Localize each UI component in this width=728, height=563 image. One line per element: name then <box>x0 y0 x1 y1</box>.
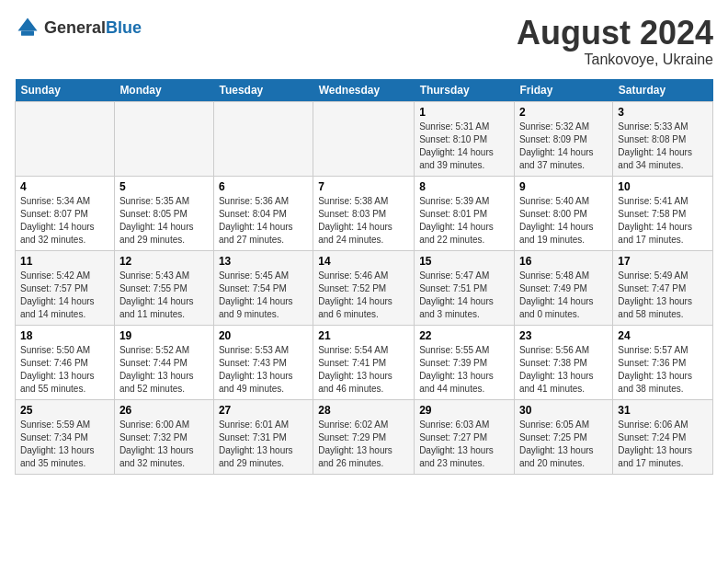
day-info: Sunrise: 6:00 AM Sunset: 7:32 PM Dayligh… <box>119 419 209 470</box>
day-info: Sunrise: 5:56 AM Sunset: 7:38 PM Dayligh… <box>519 344 608 396</box>
day-number: 28 <box>318 404 409 417</box>
day-number: 11 <box>20 255 109 268</box>
calendar-cell <box>313 101 415 176</box>
header-tuesday: Tuesday <box>213 79 313 102</box>
calendar-cell <box>213 101 313 176</box>
day-info: Sunrise: 5:38 AM Sunset: 8:03 PM Dayligh… <box>318 195 409 247</box>
week-row-1: 1Sunrise: 5:31 AM Sunset: 8:10 PM Daylig… <box>16 101 713 176</box>
day-number: 26 <box>119 404 209 417</box>
calendar-cell: 10Sunrise: 5:41 AM Sunset: 7:58 PM Dayli… <box>613 176 713 250</box>
calendar-cell: 3Sunrise: 5:33 AM Sunset: 8:08 PM Daylig… <box>613 101 713 176</box>
day-info: Sunrise: 5:35 AM Sunset: 8:05 PM Dayligh… <box>119 195 209 247</box>
logo-text-blue: Blue <box>106 18 142 37</box>
calendar-cell <box>114 101 213 176</box>
day-number: 1 <box>419 106 509 119</box>
day-number: 19 <box>119 329 209 342</box>
day-info: Sunrise: 5:39 AM Sunset: 8:01 PM Dayligh… <box>419 195 509 247</box>
location-subtitle: Tankovoye, Ukraine <box>517 52 713 68</box>
day-number: 15 <box>419 255 509 268</box>
day-info: Sunrise: 6:02 AM Sunset: 7:29 PM Dayligh… <box>318 419 409 470</box>
calendar-cell: 12Sunrise: 5:43 AM Sunset: 7:55 PM Dayli… <box>114 250 213 325</box>
header-wednesday: Wednesday <box>313 79 415 102</box>
day-number: 24 <box>618 329 708 342</box>
day-info: Sunrise: 5:48 AM Sunset: 7:49 PM Dayligh… <box>519 270 608 321</box>
calendar-cell: 15Sunrise: 5:47 AM Sunset: 7:51 PM Dayli… <box>415 250 515 325</box>
day-info: Sunrise: 5:59 AM Sunset: 7:34 PM Dayligh… <box>20 419 109 470</box>
day-number: 12 <box>119 255 209 268</box>
title-block: August 2024 Tankovoye, Ukraine <box>517 15 713 68</box>
header-friday: Friday <box>514 79 612 102</box>
calendar-cell: 6Sunrise: 5:36 AM Sunset: 8:04 PM Daylig… <box>213 176 313 250</box>
day-info: Sunrise: 5:41 AM Sunset: 7:58 PM Dayligh… <box>618 195 708 247</box>
day-info: Sunrise: 5:50 AM Sunset: 7:46 PM Dayligh… <box>20 344 109 396</box>
day-info: Sunrise: 5:31 AM Sunset: 8:10 PM Dayligh… <box>419 121 509 172</box>
day-number: 2 <box>519 106 608 119</box>
calendar-cell: 18Sunrise: 5:50 AM Sunset: 7:46 PM Dayli… <box>16 325 115 399</box>
day-number: 20 <box>219 329 308 342</box>
calendar-cell: 7Sunrise: 5:38 AM Sunset: 8:03 PM Daylig… <box>313 176 415 250</box>
day-number: 6 <box>219 180 308 193</box>
svg-marker-0 <box>18 18 38 31</box>
day-number: 10 <box>618 180 708 193</box>
day-number: 4 <box>20 180 109 193</box>
day-info: Sunrise: 6:01 AM Sunset: 7:31 PM Dayligh… <box>219 419 308 470</box>
logo: GeneralBlue <box>15 15 142 40</box>
day-number: 25 <box>20 404 109 417</box>
day-info: Sunrise: 5:54 AM Sunset: 7:41 PM Dayligh… <box>318 344 409 396</box>
calendar-cell: 30Sunrise: 6:05 AM Sunset: 7:25 PM Dayli… <box>514 399 612 474</box>
calendar-cell: 31Sunrise: 6:06 AM Sunset: 7:24 PM Dayli… <box>613 399 713 474</box>
week-row-2: 4Sunrise: 5:34 AM Sunset: 8:07 PM Daylig… <box>16 176 713 250</box>
calendar-cell: 11Sunrise: 5:42 AM Sunset: 7:57 PM Dayli… <box>16 250 115 325</box>
header-monday: Monday <box>114 79 213 102</box>
day-number: 13 <box>219 255 308 268</box>
day-info: Sunrise: 5:46 AM Sunset: 7:52 PM Dayligh… <box>318 270 409 321</box>
day-number: 29 <box>419 404 509 417</box>
calendar-cell: 20Sunrise: 5:53 AM Sunset: 7:43 PM Dayli… <box>213 325 313 399</box>
calendar-cell: 2Sunrise: 5:32 AM Sunset: 8:09 PM Daylig… <box>514 101 612 176</box>
day-info: Sunrise: 5:52 AM Sunset: 7:44 PM Dayligh… <box>119 344 209 396</box>
day-number: 5 <box>119 180 209 193</box>
calendar-cell: 14Sunrise: 5:46 AM Sunset: 7:52 PM Dayli… <box>313 250 415 325</box>
day-number: 9 <box>519 180 608 193</box>
day-info: Sunrise: 6:05 AM Sunset: 7:25 PM Dayligh… <box>519 419 608 470</box>
day-info: Sunrise: 5:55 AM Sunset: 7:39 PM Dayligh… <box>419 344 509 396</box>
logo-icon <box>15 15 40 40</box>
week-row-5: 25Sunrise: 5:59 AM Sunset: 7:34 PM Dayli… <box>16 399 713 474</box>
calendar-cell: 23Sunrise: 5:56 AM Sunset: 7:38 PM Dayli… <box>514 325 612 399</box>
calendar-cell: 4Sunrise: 5:34 AM Sunset: 8:07 PM Daylig… <box>16 176 115 250</box>
calendar-cell: 17Sunrise: 5:49 AM Sunset: 7:47 PM Dayli… <box>613 250 713 325</box>
day-info: Sunrise: 5:53 AM Sunset: 7:43 PM Dayligh… <box>219 344 308 396</box>
calendar-cell: 27Sunrise: 6:01 AM Sunset: 7:31 PM Dayli… <box>213 399 313 474</box>
day-number: 17 <box>618 255 708 268</box>
day-number: 8 <box>419 180 509 193</box>
calendar-cell <box>16 101 115 176</box>
day-number: 23 <box>519 329 608 342</box>
day-number: 22 <box>419 329 509 342</box>
month-year-title: August 2024 <box>517 15 713 52</box>
week-row-3: 11Sunrise: 5:42 AM Sunset: 7:57 PM Dayli… <box>16 250 713 325</box>
calendar-cell: 25Sunrise: 5:59 AM Sunset: 7:34 PM Dayli… <box>16 399 115 474</box>
day-info: Sunrise: 5:49 AM Sunset: 7:47 PM Dayligh… <box>618 270 708 321</box>
day-number: 14 <box>318 255 409 268</box>
calendar-cell: 22Sunrise: 5:55 AM Sunset: 7:39 PM Dayli… <box>415 325 515 399</box>
day-number: 16 <box>519 255 608 268</box>
day-number: 27 <box>219 404 308 417</box>
day-number: 18 <box>20 329 109 342</box>
logo-text-general: General <box>44 18 106 37</box>
week-row-4: 18Sunrise: 5:50 AM Sunset: 7:46 PM Dayli… <box>16 325 713 399</box>
calendar-cell: 13Sunrise: 5:45 AM Sunset: 7:54 PM Dayli… <box>213 250 313 325</box>
calendar-cell: 19Sunrise: 5:52 AM Sunset: 7:44 PM Dayli… <box>114 325 213 399</box>
page-header: GeneralBlue August 2024 Tankovoye, Ukrai… <box>15 15 713 68</box>
day-info: Sunrise: 5:34 AM Sunset: 8:07 PM Dayligh… <box>20 195 109 247</box>
day-info: Sunrise: 5:32 AM Sunset: 8:09 PM Dayligh… <box>519 121 608 172</box>
day-info: Sunrise: 5:36 AM Sunset: 8:04 PM Dayligh… <box>219 195 308 247</box>
calendar-cell: 9Sunrise: 5:40 AM Sunset: 8:00 PM Daylig… <box>514 176 612 250</box>
day-number: 21 <box>318 329 409 342</box>
day-number: 30 <box>519 404 608 417</box>
day-info: Sunrise: 6:06 AM Sunset: 7:24 PM Dayligh… <box>618 419 708 470</box>
calendar-cell: 21Sunrise: 5:54 AM Sunset: 7:41 PM Dayli… <box>313 325 415 399</box>
header-thursday: Thursday <box>415 79 515 102</box>
calendar-cell: 28Sunrise: 6:02 AM Sunset: 7:29 PM Dayli… <box>313 399 415 474</box>
day-number: 7 <box>318 180 409 193</box>
day-info: Sunrise: 5:42 AM Sunset: 7:57 PM Dayligh… <box>20 270 109 321</box>
